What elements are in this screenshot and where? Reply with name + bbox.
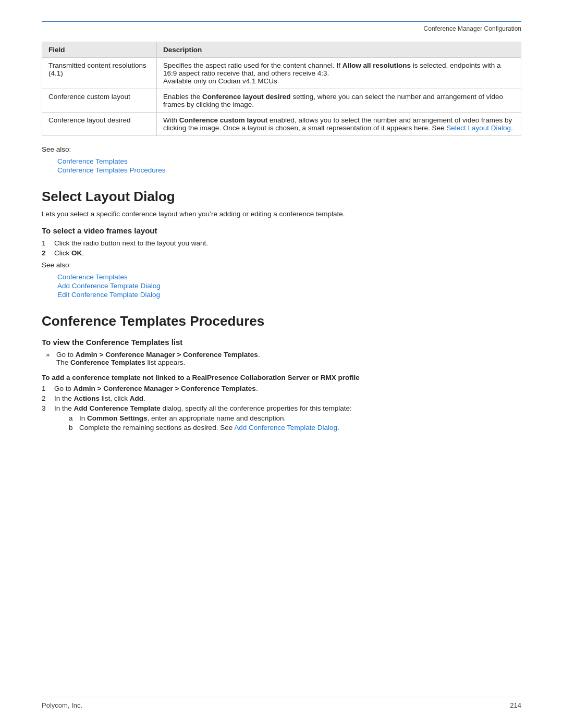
- top-rule: [42, 21, 521, 22]
- step-num: 3: [42, 404, 46, 412]
- field-cell: Conference custom layout: [42, 89, 157, 113]
- step-num: 2: [42, 394, 46, 402]
- substep-alpha: a: [69, 414, 73, 422]
- conf-templates-proc-heading: Conference Templates Procedures: [42, 313, 521, 329]
- list-item: 2 In the Actions list, click Add.: [42, 394, 521, 402]
- list-item: 1 Click the radio button next to the lay…: [42, 239, 521, 247]
- see-also-2-label: See also:: [42, 261, 521, 269]
- step-num: 1: [42, 239, 46, 247]
- add-template-steps: 1 Go to Admin > Conference Manager > Con…: [42, 385, 521, 431]
- select-layout-section: Select Layout Dialog Lets you select a s…: [42, 189, 521, 299]
- table-row: Conference layout desired With Conferenc…: [42, 113, 521, 136]
- table-row: Transmitted content resolutions (4.1) Sp…: [42, 58, 521, 89]
- field-cell: Conference layout desired: [42, 113, 157, 136]
- col-description: Description: [157, 42, 521, 58]
- step-num: 2: [42, 249, 46, 257]
- conference-templates-link-2[interactable]: Conference Templates: [57, 273, 128, 281]
- select-layout-dialog-link[interactable]: Select Layout Dialog: [446, 124, 511, 132]
- page-header: Conference Manager Configuration: [42, 25, 521, 32]
- bullet-item-1: » Go to Admin > Conference Manager > Con…: [42, 351, 521, 366]
- conference-templates-procedures-section: Conference Templates Procedures To view …: [42, 313, 521, 431]
- conference-templates-procedures-link-1[interactable]: Conference Templates Procedures: [57, 166, 166, 174]
- page: Conference Manager Configuration Field D…: [0, 0, 563, 728]
- desc-cell: With Conference custom layout enabled, a…: [157, 113, 521, 136]
- bullet-icon: »: [46, 351, 50, 359]
- field-table: Field Description Transmitted content re…: [42, 42, 521, 136]
- desc-cell: Enables the Conference layout desired se…: [157, 89, 521, 113]
- see-also-1-links: Conference Templates Conference Template…: [57, 157, 521, 174]
- add-conference-template-dialog-link[interactable]: Add Conference Template Dialog: [57, 282, 161, 290]
- page-footer: Polycom, Inc. 214: [42, 697, 521, 709]
- list-item: b Complete the remaining sections as des…: [69, 424, 521, 431]
- see-also-link-item: Conference Templates Procedures: [57, 166, 521, 174]
- see-also-link-item: Add Conference Template Dialog: [57, 282, 521, 290]
- desc-cell: Specifies the aspect ratio used for the …: [157, 58, 521, 89]
- table-row: Conference custom layout Enables the Con…: [42, 89, 521, 113]
- select-layout-intro: Lets you select a specific conference la…: [42, 210, 521, 218]
- header-title: Conference Manager Configuration: [424, 25, 521, 32]
- footer-right: 214: [510, 701, 521, 709]
- conference-templates-link-1[interactable]: Conference Templates: [57, 157, 128, 165]
- add-conf-template-dialog-link-b[interactable]: Add Conference Template Dialog: [234, 424, 337, 431]
- select-layout-subheading: To select a video frames layout: [42, 226, 521, 235]
- list-item: 2 Click OK.: [42, 249, 521, 257]
- see-also-2-links: Conference Templates Add Conference Temp…: [57, 273, 521, 299]
- col-field: Field: [42, 42, 157, 58]
- select-layout-heading: Select Layout Dialog: [42, 189, 521, 205]
- edit-conference-template-dialog-link[interactable]: Edit Conference Template Dialog: [57, 291, 160, 299]
- see-also-1-label: See also:: [42, 145, 521, 153]
- list-item: 1 Go to Admin > Conference Manager > Con…: [42, 385, 521, 392]
- substep-list: a In Common Settings, enter an appropria…: [69, 414, 521, 431]
- view-list-subheading: To view the Conference Templates list: [42, 338, 521, 347]
- see-also-link-item: Conference Templates: [57, 157, 521, 165]
- footer-left: Polycom, Inc.: [42, 701, 82, 709]
- field-cell: Transmitted content resolutions (4.1): [42, 58, 157, 89]
- step-num: 1: [42, 385, 46, 392]
- list-item: 3 In the Add Conference Template dialog,…: [42, 404, 521, 431]
- add-template-subheading: To add a conference template not linked …: [42, 374, 521, 381]
- substep-alpha: b: [69, 424, 73, 431]
- select-layout-steps: 1 Click the radio button next to the lay…: [42, 239, 521, 257]
- list-item: a In Common Settings, enter an appropria…: [69, 414, 521, 422]
- see-also-link-item: Conference Templates: [57, 273, 521, 281]
- see-also-link-item: Edit Conference Template Dialog: [57, 291, 521, 299]
